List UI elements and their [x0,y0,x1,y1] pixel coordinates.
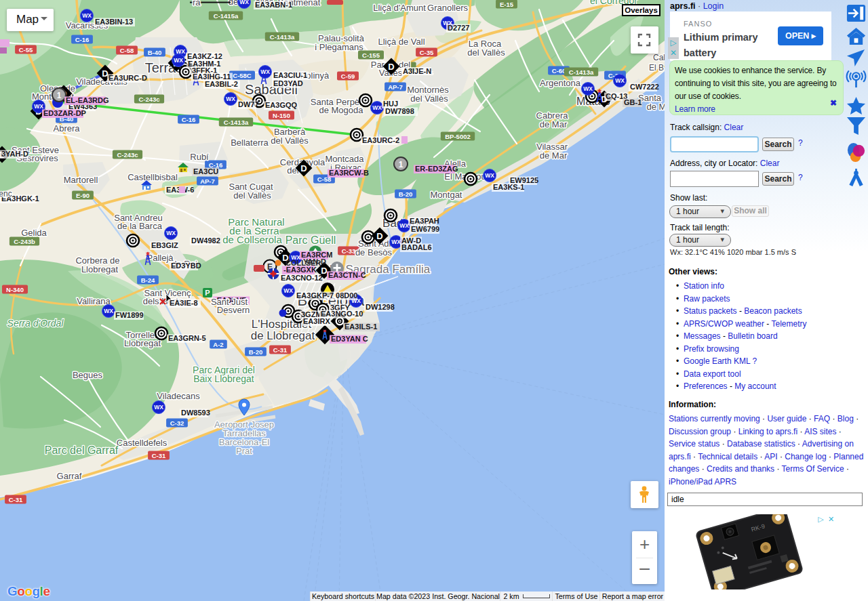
svg-text:Baix Llobregat: Baix Llobregat [193,373,254,384]
svg-text:Argentona: Argentona [540,78,581,88]
svg-text:El B: El B [649,63,664,72]
svg-text:C-31: C-31 [273,346,288,354]
svg-text:C-243b: C-243b [14,238,35,245]
svg-text:EA3CTN-C: EA3CTN-C [328,271,366,279]
svg-text:Prat: Prat [236,446,252,456]
svg-text:Bellaterra: Bellaterra [231,138,269,148]
svg-text:C-35: C-35 [420,49,434,56]
svg-text:C-58: C-58 [120,47,134,54]
svg-text:BADAL6: BADAL6 [401,243,432,251]
svg-text:de M: de M [647,102,665,112]
svg-text:C-155: C-155 [362,51,380,59]
svg-text:C-32: C-32 [170,419,184,427]
svg-text:DW4982: DW4982 [191,236,220,245]
svg-text:del Vallès: del Vallès [271,136,309,146]
svg-text:Lliçà d'Amunt: Lliçà d'Amunt [373,3,426,13]
svg-text:EA3GQQ: EA3GQQ [265,101,298,109]
svg-text:A3IJE-N: A3IJE-N [403,67,431,75]
svg-text:C-16: C-16 [182,116,196,123]
svg-text:FW1899: FW1899 [115,311,144,319]
svg-text:AP-7: AP-7 [200,178,215,185]
svg-text:D2727: D2727 [448,24,469,32]
svg-text:EA3CU: EA3CU [193,167,218,175]
svg-text:Garraf: Garraf [57,471,82,481]
svg-text:EA3BIL-2: EA3BIL-2 [205,80,238,88]
svg-text:C-60: C-60 [552,67,566,75]
svg-text:GB-1: GB-1 [624,98,642,106]
svg-text:ED3YAD: ED3YAD [273,79,303,87]
svg-text:ED3YBD: ED3YBD [171,262,201,270]
svg-text:Granollers: Granollers [427,3,468,13]
svg-text:Parc del Garraf: Parc del Garraf [45,444,119,456]
svg-text:C-33: C-33 [342,247,356,255]
svg-text:C-1415a: C-1415a [214,12,239,20]
svg-text:1: 1 [399,160,403,169]
svg-text:C-243c: C-243c [117,151,138,159]
svg-text:E-15: E-15 [500,1,514,8]
svg-text:Llobregat: Llobregat [81,264,119,274]
svg-text:Pallejà: Pallejà [146,253,174,263]
svg-text:Lliçà de Vall: Lliçà de Vall [378,37,425,47]
svg-text:ED3ZAR-DP: ED3ZAR-DP [43,109,86,117]
svg-text:C-243c: C-243c [138,96,159,103]
svg-text:C-1413a: C-1413a [569,68,594,76]
svg-text:EA3IE-8: EA3IE-8 [170,299,198,307]
svg-text:EA3URC-2: EA3URC-2 [362,136,399,144]
svg-text:de Collserola: de Collserola [222,234,282,245]
svg-text:C-1413a: C-1413a [270,33,295,41]
svg-text:BP-5002: BP-5002 [445,133,471,140]
svg-text:EA3RCW-B: EA3RCW-B [329,169,369,177]
svg-text:DW8593: DW8593 [181,409,210,417]
svg-text:C-1413a: C-1413a [224,119,249,126]
svg-text:Desvern: Desvern [217,305,250,315]
svg-text:EA3KS-1: EA3KS-1 [493,183,524,191]
svg-text:AP-7: AP-7 [388,83,403,91]
svg-text:DW7898: DW7898 [385,107,414,115]
svg-text:EA3CIU-1: EA3CIU-1 [273,71,307,79]
svg-text:C-31: C-31 [152,452,166,459]
svg-text:Viladecans: Viladecans [157,391,200,401]
svg-text:Gelida: Gelida [21,228,47,238]
svg-text:3YAH-D: 3YAH-D [1,150,28,158]
svg-text:Rubí: Rubí [190,152,209,162]
svg-text:de: de [229,0,238,7]
svg-text:de Mogoda: de Mogoda [319,105,363,115]
svg-text:EA3PAH: EA3PAH [410,217,439,225]
svg-text:i Plegamans: i Plegamans [315,42,363,52]
svg-text:ED3YAN C: ED3YAN C [331,335,368,343]
svg-text:EL-EA3RDG: EL-EA3RDG [66,96,109,104]
svg-text:EA3URC-D: EA3URC-D [108,74,147,82]
svg-text:C-31: C-31 [9,496,23,503]
svg-text:EA3ILS-1: EA3ILS-1 [344,323,377,331]
svg-text:de Mar: de Mar [540,119,568,129]
svg-text:CW7222: CW7222 [630,83,659,91]
svg-text:EW6799: EW6799 [411,225,439,233]
svg-text:Parc Güell: Parc Güell [285,234,336,246]
svg-text:C-55: C-55 [19,46,33,54]
svg-text:DW77: DW77 [238,100,259,108]
svg-text:de Besòs: de Besòs [355,247,393,257]
svg-text:Castellbisbal: Castellbisbal [127,172,178,182]
svg-text:B-20: B-20 [399,190,413,198]
svg-text:B-24: B-24 [141,276,155,284]
svg-text:Martorell: Martorell [64,175,98,185]
svg-text:EA3CNO-12: EA3CNO-12 [281,274,323,282]
svg-text:N-150: N-150 [273,112,290,119]
svg-text:DW1298: DW1298 [366,303,395,311]
svg-text:Montgat: Montgat [431,190,462,200]
svg-text:EA3GRN-5: EA3GRN-5 [168,334,206,342]
svg-text:Vallirana: Vallirana [77,296,111,306]
svg-text:ra: ra [193,0,201,7]
svg-text:A-2: A-2 [213,341,223,348]
svg-text:Cal: Cal [653,53,665,62]
svg-text:del Vallès: del Vallès [410,94,448,104]
svg-text:del Vallès: del Vallès [467,47,505,58]
svg-text:E-90: E-90 [76,192,90,199]
svg-text:B-40: B-40 [148,49,162,56]
svg-text:Abrera: Abrera [53,123,80,133]
svg-text:ER-ED3ZAG: ER-ED3ZAG [415,165,458,173]
svg-text:EB3GIZ: EB3GIZ [151,241,178,249]
svg-text:B-20: B-20 [249,348,263,356]
svg-text:de la Barca: de la Barca [117,221,163,231]
svg-text:del Vallès: del Vallès [233,190,271,201]
